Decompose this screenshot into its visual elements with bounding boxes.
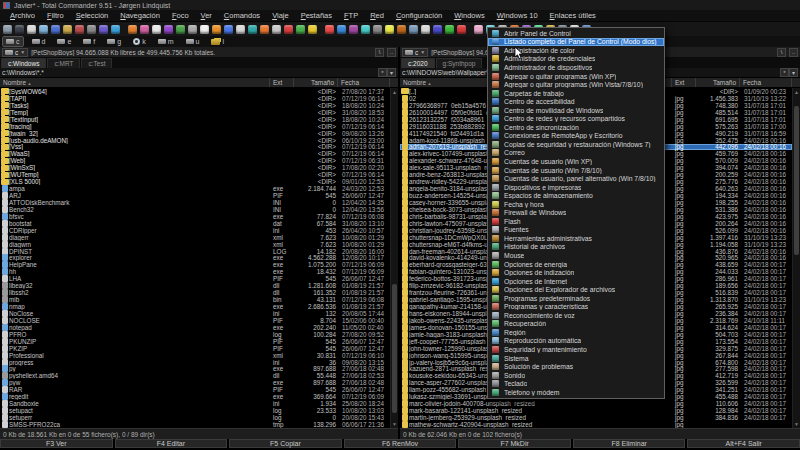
file-row[interactable]: ampaexe2.184.74424/03/20 12:53 — [0, 185, 390, 192]
file-row[interactable]: LHAPIF54526/06/07 12:47 — [0, 275, 390, 282]
toolbar-button-icon[interactable] — [51, 25, 60, 34]
toolbar-button-icon[interactable] — [236, 25, 245, 34]
drive-button-c[interactable]: c — [3, 37, 23, 46]
toolbar-button-icon[interactable] — [39, 25, 48, 34]
file-row[interactable]: mibbin43.13107/12/19 06:08 — [0, 296, 390, 303]
file-row[interactable]: [Web]<DIR>07/12/19 06:31 — [0, 157, 390, 164]
column-header-ext[interactable]: Ext — [672, 78, 696, 87]
file-row[interactable]: pyexe897.68827/06/18 02:48 — [0, 366, 390, 373]
file-row[interactable]: [twain_32]<DIR>09/08/20 13:26 — [0, 130, 390, 137]
file-row[interactable]: mark-basarab-122141-unsplash_resizedjpg1… — [400, 407, 792, 414]
file-row[interactable]: ARJPIF54526/06/07 12:47 — [0, 192, 390, 199]
menubar-item[interactable]: Viaje — [266, 11, 295, 20]
context-menu-item[interactable]: Agregar o quitar programas (Win Vista/7/… — [488, 80, 664, 89]
tab-c-2020[interactable]: c:2020 — [401, 58, 435, 68]
file-row[interactable]: [TextInput]<DIR>18/08/20 10:24 — [0, 116, 390, 123]
context-menu-item[interactable]: Opciones de Internet — [488, 277, 664, 286]
right-drive-combo[interactable]: c ▼ — [402, 48, 428, 57]
file-row[interactable]: bootstatdat67.58431/08/20 13:10 — [0, 220, 390, 227]
file-row[interactable]: diagerrxml7.62310/08/20 01:29 — [0, 234, 390, 241]
toolbar-button-icon[interactable] — [176, 25, 185, 34]
file-row[interactable]: nmapexe2.686.53601/08/19 21:57 — [0, 303, 390, 310]
toolbar-button-icon[interactable] — [385, 25, 394, 34]
toolbar-button-icon[interactable] — [63, 25, 72, 34]
file-row[interactable]: Professionalxml30.83107/12/19 06:10 — [0, 352, 390, 359]
context-menu-item[interactable]: Cuentas de usuario (Win 7/8/10) — [488, 166, 664, 175]
toolbar-button-icon[interactable] — [248, 25, 257, 34]
context-menu-item[interactable]: Centro de movilidad de Windows — [488, 106, 664, 115]
file-row[interactable]: PKUNZIPPIF54526/06/07 12:47 — [0, 338, 390, 345]
drive-button-k[interactable]: k — [130, 37, 149, 46]
file-row[interactable]: martin-jernberg-253929-unsplash_resizedj… — [400, 414, 792, 421]
right-scrollbar[interactable]: ▲ ▼ — [792, 88, 800, 428]
fkey-button-f7[interactable]: F7 MkDir — [458, 439, 571, 448]
file-row[interactable]: pyshellext.amd64dll55.44827/06/18 02:53 — [0, 372, 390, 379]
toolbar-button-icon[interactable] — [15, 25, 24, 34]
context-menu-item[interactable]: Correo — [488, 149, 664, 158]
file-row[interactable]: [tracing]<DIR>07/12/19 06:14 — [0, 123, 390, 130]
tab-g-Synthpop[interactable]: g:Synthpop — [436, 58, 483, 68]
context-menu-item[interactable]: Mouse — [488, 251, 664, 260]
toolbar-button-icon[interactable] — [337, 25, 346, 34]
file-row[interactable]: [WaaS]<DIR>07/12/19 06:14 — [0, 150, 390, 157]
context-menu-item[interactable]: Cuentas de usuario (Win XP) — [488, 157, 664, 166]
title-bar[interactable]: Javier* - Total Commander 9.51 - Jørgen … — [0, 0, 800, 10]
context-menu-item[interactable]: Firewall de Windows — [488, 208, 664, 217]
toolbar-button-icon[interactable] — [421, 25, 430, 34]
file-row[interactable]: PFROlog100.28427/08/20 09:52 — [0, 331, 390, 338]
file-row[interactable]: [Vss]<DIR>07/12/19 06:14 — [0, 144, 390, 151]
tab-c-Windows[interactable]: c:Windows — [1, 58, 46, 68]
file-row[interactable]: mathew-schwartz-420904-unsplash_resizedj… — [400, 421, 792, 428]
file-row[interactable]: CDRipperini45326/04/20 10:57 — [0, 227, 390, 234]
context-menu-item[interactable]: Abrir Panel de Control — [488, 29, 664, 38]
toolbar-button-icon[interactable] — [361, 25, 370, 34]
toolbar-button-icon[interactable] — [260, 25, 269, 34]
column-header-ext[interactable]: Ext — [270, 78, 294, 87]
context-menu-item[interactable]: Dispositivos e impresoras — [488, 183, 664, 192]
fkey-button-f8[interactable]: F8 Eliminar — [573, 439, 686, 448]
file-row[interactable]: [XLS 5000]<DIR>09/01/20 12:53 — [0, 178, 390, 185]
file-row[interactable]: notepadexe202.24011/05/20 02:40 — [0, 324, 390, 331]
toolbar-button-icon[interactable] — [457, 25, 466, 34]
file-row[interactable]: regeditexe369.66407/12/19 06:09 — [0, 393, 390, 400]
right-favorites-button[interactable]: ▾ — [789, 68, 798, 77]
column-header-size[interactable]: Tamaño — [696, 78, 740, 87]
toolbar-button-icon[interactable] — [373, 25, 382, 34]
context-menu-item[interactable]: Administrador de dispositivos — [488, 63, 664, 72]
file-row[interactable]: NoCloseini13220/08/05 17:44 — [0, 310, 390, 317]
toolbar-button-icon[interactable] — [296, 25, 305, 34]
drive-button-g[interactable]: g — [104, 37, 124, 46]
left-path[interactable]: c:\Windows\*.* — [2, 69, 378, 76]
file-row[interactable]: NOCLOSEPIF8.70415/02/06 00:40 — [0, 317, 390, 324]
menubar-item[interactable]: Selección — [70, 11, 115, 20]
left-updir-button[interactable]: .. — [387, 48, 396, 57]
context-menu-item[interactable]: Programas y características — [488, 303, 664, 312]
toolbar-button-icon[interactable] — [308, 25, 317, 34]
menubar-item[interactable]: Red — [364, 11, 390, 20]
menubar-item[interactable]: Configuración — [390, 11, 448, 20]
drive-button-f[interactable]: f — [80, 37, 98, 46]
context-menu-item[interactable]: Opciones de indización — [488, 268, 664, 277]
context-menu-item[interactable]: Conexiones de RemoteApp y Escritorio — [488, 132, 664, 141]
context-menu-item[interactable]: Centro de sincronización — [488, 123, 664, 132]
right-updir-button[interactable]: .. — [789, 48, 798, 57]
context-menu-item[interactable]: Reconocimiento de voz — [488, 311, 664, 320]
context-menu-item[interactable]: Agregar o quitar programas (Win XP) — [488, 72, 664, 81]
file-row[interactable]: [WinSxS]<DIR>17/08/20 02:20 — [0, 164, 390, 171]
context-menu-item[interactable]: Carpetas de trabajo — [488, 89, 664, 98]
file-row[interactable]: hhexe18.43207/12/19 06:09 — [0, 268, 390, 275]
file-row[interactable]: Sandboxieini1.93425/08/20 18:24 — [0, 400, 390, 407]
menubar-item[interactable]: Ver — [195, 11, 218, 20]
scroll-down-icon[interactable]: ▼ — [391, 420, 398, 428]
menubar-item[interactable]: Pestañas — [295, 11, 338, 20]
file-row[interactable]: [TAPI]<DIR>07/12/19 06:14 — [0, 95, 390, 102]
context-menu-item[interactable]: Espacios de almacenamiento — [488, 191, 664, 200]
context-menu-item[interactable]: Seguridad y mantenimiento — [488, 345, 664, 354]
file-row[interactable]: libssh2dll161.35201/08/19 21:57 — [0, 289, 390, 296]
context-menu-item[interactable]: Centro de redes y recursos compartidos — [488, 114, 664, 123]
file-row[interactable]: setuperrlog020/08/20 15:43 — [0, 414, 390, 421]
left-drive-combo[interactable]: c ▼ — [2, 48, 28, 57]
column-header-size[interactable]: Tamaño — [294, 78, 338, 87]
file-row[interactable]: ATTODiskBenchmarkINI012/04/20 14:35 — [0, 199, 390, 206]
context-menu-item[interactable]: Programas predeterminados — [488, 294, 664, 303]
